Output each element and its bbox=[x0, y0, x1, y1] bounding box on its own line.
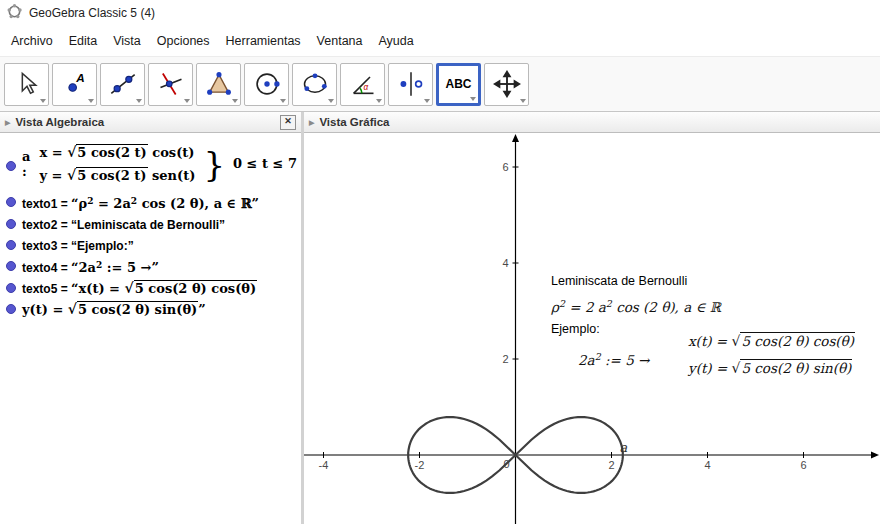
move-view-tool-icon bbox=[492, 69, 522, 99]
tool-dropdown-arrow-icon[interactable] bbox=[184, 99, 190, 103]
algebra-view-panel: ▶ Vista Algebraica ✕ a : x = √5 cos(2 t)… bbox=[0, 112, 304, 524]
collapse-arrow-icon[interactable]: ▶ bbox=[309, 119, 314, 126]
graphics-text-example-lhs[interactable]: 2a2 := 5 → bbox=[578, 349, 649, 368]
algebra-item-text: y(t) = √5 cos(2 θ) sin(θ)” bbox=[22, 300, 206, 318]
text-tool-button[interactable]: ABC bbox=[436, 63, 481, 106]
algebra-item-text: texto1 = “ρ2 = 2a2 cos (2 θ), a ∈ ℝ” bbox=[22, 193, 259, 213]
x-tick-label: -4 bbox=[319, 459, 329, 471]
visibility-marble[interactable] bbox=[6, 197, 16, 207]
graphics-text-yt[interactable]: y(t) = √5 cos(2 θ) sin(θ) bbox=[688, 360, 852, 376]
graphics-text-xt[interactable]: x(t) = √5 cos(2 θ) cos(θ) bbox=[688, 333, 855, 349]
sqrt-expression: √5 cos(2 t) bbox=[67, 143, 148, 160]
visibility-marble[interactable] bbox=[6, 219, 16, 229]
collapse-arrow-icon[interactable]: ▶ bbox=[5, 119, 10, 126]
param-x-line: x = √5 cos(2 t) cos(t) bbox=[39, 141, 195, 163]
geogebra-logo-icon bbox=[7, 4, 22, 23]
sqrt-expression: √5 cos(2 t) bbox=[67, 166, 148, 183]
y-tick-label: 2 bbox=[502, 353, 508, 365]
visibility-marble[interactable] bbox=[6, 283, 16, 293]
svg-text:A: A bbox=[75, 71, 84, 84]
tool-dropdown-arrow-icon[interactable] bbox=[328, 99, 334, 103]
tool-dropdown-arrow-icon[interactable] bbox=[470, 97, 476, 101]
sqrt-expression: √5 cos(2 θ) sin(θ) bbox=[731, 359, 852, 376]
svg-text:α: α bbox=[363, 83, 368, 92]
algebra-item-texto5-continuation[interactable]: y(t) = √5 cos(2 θ) sin(θ)” bbox=[6, 300, 297, 318]
menu-item-ventana[interactable]: Ventana bbox=[309, 30, 371, 52]
radical-sign: √ bbox=[125, 280, 134, 296]
radicand: 5 cos(2 t) bbox=[76, 167, 147, 183]
algebra-view-header[interactable]: ▶ Vista Algebraica ✕ bbox=[0, 112, 301, 133]
radicand: 5 cos(2 θ) sin(θ) bbox=[77, 301, 198, 317]
x-tick-label: -2 bbox=[415, 459, 425, 471]
menu-item-herramientas[interactable]: Herramientas bbox=[218, 30, 309, 52]
algebra-item-texto3[interactable]: texto3 = “Ejemplo:” bbox=[6, 236, 297, 255]
x-tick-label: 2 bbox=[608, 459, 614, 471]
tool-dropdown-arrow-icon[interactable] bbox=[280, 99, 286, 103]
algebra-item-texto5[interactable]: texto5 = “x(t) = √5 cos(2 θ) cos(θ) bbox=[6, 279, 297, 298]
tool-dropdown-arrow-icon[interactable] bbox=[232, 99, 238, 103]
algebra-item-text: texto5 = “x(t) = √5 cos(2 θ) cos(θ) bbox=[22, 279, 257, 298]
line-tool-button[interactable] bbox=[100, 63, 145, 106]
graphics-view-title: Vista Gráfica bbox=[319, 116, 389, 128]
move-view-tool-button[interactable] bbox=[484, 63, 529, 106]
x-tick-label: 4 bbox=[704, 459, 710, 471]
algebra-item-texto2[interactable]: texto2 = “Leminiscata de Bernoulli” bbox=[6, 215, 297, 234]
x-axis-arrow-icon bbox=[871, 452, 879, 459]
conic-tool-button[interactable] bbox=[292, 63, 337, 106]
menu-item-archivo[interactable]: Archivo bbox=[3, 30, 61, 52]
brace: } bbox=[203, 144, 225, 184]
transform-tool-button[interactable] bbox=[388, 63, 433, 106]
angle-tool-icon: α bbox=[348, 69, 378, 99]
algebra-item-text: texto2 = “Leminiscata de Bernoulli” bbox=[22, 215, 225, 234]
visibility-marble[interactable] bbox=[6, 161, 16, 171]
menu-item-vista[interactable]: Vista bbox=[105, 30, 149, 52]
curve-label[interactable]: a bbox=[620, 440, 628, 455]
tool-dropdown-arrow-icon[interactable] bbox=[520, 99, 526, 103]
graphics-text-title[interactable]: Leminiscata de Bernoulli bbox=[551, 273, 687, 289]
sqrt-expression: √5 cos(2 θ) cos(θ) bbox=[125, 279, 258, 296]
move-tool-button[interactable] bbox=[4, 63, 49, 106]
special-line-tool-icon bbox=[156, 69, 186, 99]
graphics-view-canvas-area[interactable]: -4-22462460a Leminiscata de Bernoulli ρ2… bbox=[304, 133, 880, 524]
graphics-view-panel: ▶ Vista Gráfica -4-22462460a Leminiscata… bbox=[304, 112, 880, 524]
circle-tool-button[interactable] bbox=[244, 63, 289, 106]
algebra-rows: texto1 = “ρ2 = 2a2 cos (2 θ), a ∈ ℝ”text… bbox=[6, 193, 297, 318]
close-icon[interactable]: ✕ bbox=[280, 115, 296, 130]
param-condition: 0 ≤ t ≤ 7 bbox=[233, 156, 297, 171]
text-tool-icon: ABC bbox=[444, 69, 474, 99]
conic-tool-icon bbox=[300, 69, 330, 99]
menu-item-ayuda[interactable]: Ayuda bbox=[371, 30, 422, 52]
tool-dropdown-arrow-icon[interactable] bbox=[424, 99, 430, 103]
radical-sign: √ bbox=[67, 144, 76, 160]
angle-tool-button[interactable]: α bbox=[340, 63, 385, 106]
algebra-item-curve-a[interactable]: a : x = √5 cos(2 t) cos(t) y = √5 cos(2 … bbox=[6, 141, 297, 186]
tool-dropdown-arrow-icon[interactable] bbox=[40, 99, 46, 103]
point-tool-icon: A bbox=[60, 69, 90, 99]
visibility-marble[interactable] bbox=[6, 304, 16, 314]
graphics-view-header[interactable]: ▶ Vista Gráfica bbox=[304, 112, 880, 133]
object-label: a : bbox=[22, 149, 31, 179]
menu-item-opciones[interactable]: Opciones bbox=[149, 30, 218, 52]
radicand: 5 cos(2 θ) cos(θ) bbox=[134, 280, 257, 296]
y-tick-label: 6 bbox=[502, 161, 508, 173]
point-tool-button[interactable]: A bbox=[52, 63, 97, 106]
menu-item-edita[interactable]: Edita bbox=[61, 30, 106, 52]
y-axis-arrow-icon bbox=[512, 134, 519, 142]
geogebra-window: GeoGebra Classic 5 (4) ArchivoEditaVista… bbox=[0, 0, 880, 524]
window-title: GeoGebra Classic 5 (4) bbox=[29, 6, 155, 20]
algebra-item-texto4[interactable]: texto4 = “2a2 := 5 →” bbox=[6, 257, 297, 277]
special-line-tool-button[interactable] bbox=[148, 63, 193, 106]
algebra-item-texto1[interactable]: texto1 = “ρ2 = 2a2 cos (2 θ), a ∈ ℝ” bbox=[6, 193, 297, 213]
visibility-marble[interactable] bbox=[6, 240, 16, 250]
tool-dropdown-arrow-icon[interactable] bbox=[136, 99, 142, 103]
visibility-marble[interactable] bbox=[6, 261, 16, 271]
circle-tool-icon bbox=[252, 69, 282, 99]
radicand: 5 cos(2 t) bbox=[76, 144, 147, 160]
graphics-text-formula[interactable]: ρ2 = 2 a2 cos (2 θ), a ∈ ℝ bbox=[551, 296, 721, 315]
polygon-tool-button[interactable] bbox=[196, 63, 241, 106]
line-tool-icon bbox=[108, 69, 138, 99]
tool-dropdown-arrow-icon[interactable] bbox=[376, 99, 382, 103]
tool-dropdown-arrow-icon[interactable] bbox=[88, 99, 94, 103]
panels: ▶ Vista Algebraica ✕ a : x = √5 cos(2 t)… bbox=[0, 112, 880, 524]
graphics-text-example-label[interactable]: Ejemplo: bbox=[551, 321, 600, 337]
